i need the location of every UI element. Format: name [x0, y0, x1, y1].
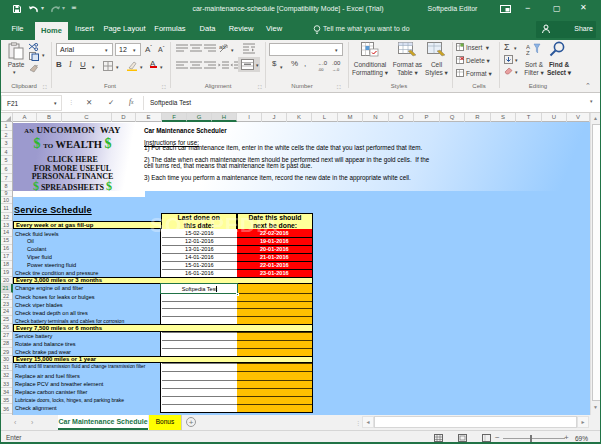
svg-text:Z: Z: [526, 50, 530, 55]
svg-text:ab: ab: [219, 44, 226, 50]
